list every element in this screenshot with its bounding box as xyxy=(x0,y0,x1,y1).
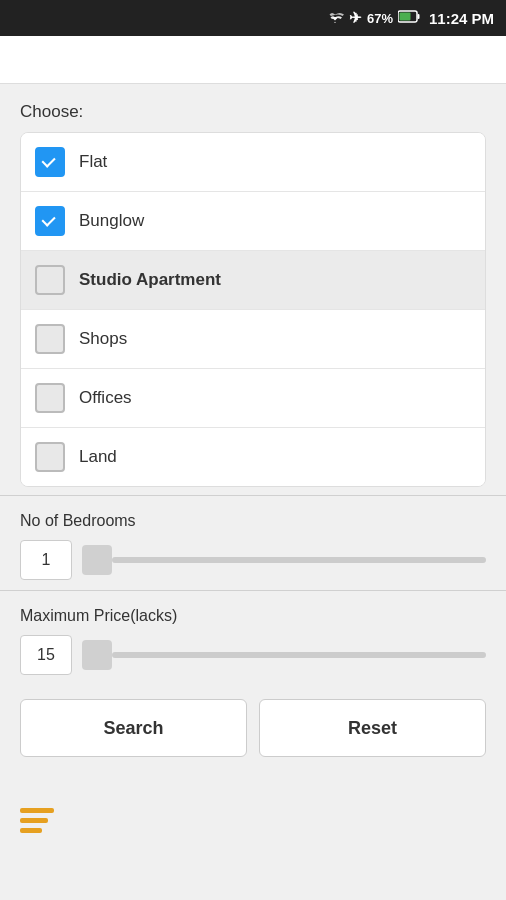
status-bar: ✈ 67% 11:24 PM xyxy=(0,0,506,36)
checkbox-item-bunglow[interactable]: Bunglow xyxy=(21,192,485,251)
wifi-icon xyxy=(326,10,344,27)
bedrooms-thumb[interactable] xyxy=(82,545,112,575)
checkbox-item-studio-apartment[interactable]: Studio Apartment xyxy=(21,251,485,310)
menu-icon[interactable] xyxy=(20,808,54,833)
price-slider-row: 15 xyxy=(20,635,486,675)
checkbox-item-flat[interactable]: Flat xyxy=(21,133,485,192)
checkbox-studio-apartment[interactable] xyxy=(35,265,65,295)
price-track-bar[interactable] xyxy=(112,652,486,658)
reset-button[interactable]: Reset xyxy=(259,699,486,757)
price-value: 15 xyxy=(20,635,72,675)
bedrooms-slider-row: 1 xyxy=(20,540,486,580)
checkbox-flat[interactable] xyxy=(35,147,65,177)
clock: 11:24 PM xyxy=(429,10,494,27)
search-button[interactable]: Search xyxy=(20,699,247,757)
checkbox-shops[interactable] xyxy=(35,324,65,354)
checkbox-label-shops: Shops xyxy=(79,329,127,349)
checkbox-label-bunglow: Bunglow xyxy=(79,211,144,231)
bedrooms-track[interactable] xyxy=(82,540,486,580)
checkbox-label-studio-apartment: Studio Apartment xyxy=(79,270,221,290)
top-strip xyxy=(0,36,506,84)
price-track[interactable] xyxy=(82,635,486,675)
checkbox-offices[interactable] xyxy=(35,383,65,413)
checkbox-label-land: Land xyxy=(79,447,117,467)
bedrooms-track-bar[interactable] xyxy=(112,557,486,563)
bedrooms-section: No of Bedrooms 1 xyxy=(0,496,506,590)
checkbox-label-offices: Offices xyxy=(79,388,132,408)
status-icons: ✈ 67% 11:24 PM xyxy=(326,9,494,27)
button-row: Search Reset xyxy=(0,685,506,771)
airplane-icon: ✈ xyxy=(349,9,362,27)
checkbox-label-flat: Flat xyxy=(79,152,107,172)
menu-line-3 xyxy=(20,828,42,833)
choose-label: Choose: xyxy=(20,102,486,122)
bedrooms-label: No of Bedrooms xyxy=(20,512,486,530)
menu-line-2 xyxy=(20,818,48,823)
battery-level: 67% xyxy=(367,11,393,26)
choose-section: Choose: FlatBunglowStudio ApartmentShops… xyxy=(0,84,506,495)
bedrooms-value: 1 xyxy=(20,540,72,580)
bottom-area xyxy=(0,771,506,851)
price-label: Maximum Price(lacks) xyxy=(20,607,486,625)
checkbox-list: FlatBunglowStudio ApartmentShopsOfficesL… xyxy=(20,132,486,487)
svg-rect-1 xyxy=(417,14,419,19)
checkbox-land[interactable] xyxy=(35,442,65,472)
checkbox-item-shops[interactable]: Shops xyxy=(21,310,485,369)
price-thumb[interactable] xyxy=(82,640,112,670)
price-section: Maximum Price(lacks) 15 xyxy=(0,591,506,685)
menu-line-1 xyxy=(20,808,54,813)
battery-icon xyxy=(398,10,420,26)
checkbox-item-land[interactable]: Land xyxy=(21,428,485,486)
checkbox-item-offices[interactable]: Offices xyxy=(21,369,485,428)
checkbox-bunglow[interactable] xyxy=(35,206,65,236)
svg-rect-2 xyxy=(399,13,410,21)
main-content: Choose: FlatBunglowStudio ApartmentShops… xyxy=(0,84,506,851)
